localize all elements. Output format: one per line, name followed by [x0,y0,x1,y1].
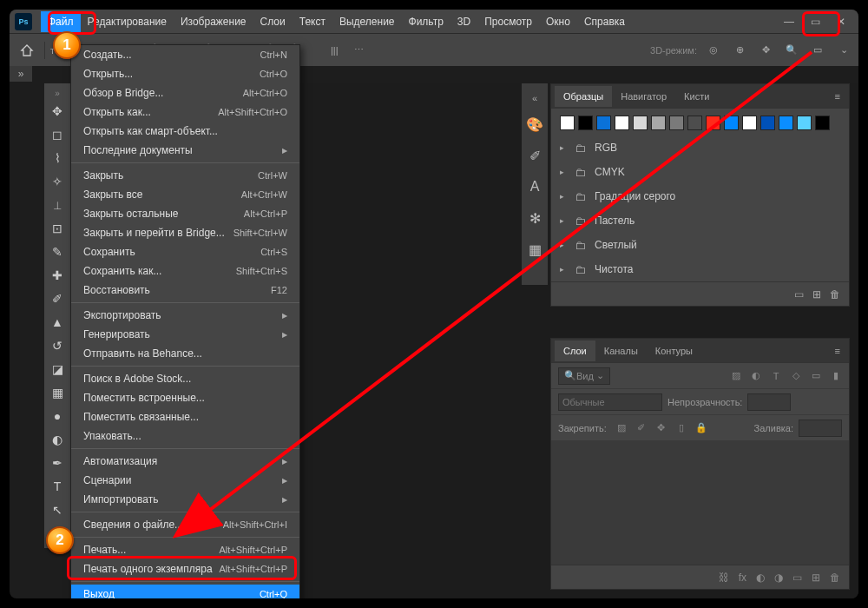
marquee-tool[interactable]: ◻ [44,122,70,146]
swatch[interactable] [596,116,611,130]
menu-item[interactable]: Сценарии [71,471,299,490]
home-button[interactable] [15,38,39,63]
window-restore-button[interactable]: ▭ [803,13,827,30]
tab-layers[interactable]: Слои [555,340,595,361]
opacity-input[interactable] [747,393,791,411]
new-group-icon[interactable]: ▭ [794,288,804,301]
swatch-group[interactable]: ▸🗀RGB [551,135,849,160]
blur-tool[interactable]: ● [44,404,70,427]
menu-item[interactable]: Упаковать... [71,426,299,446]
swatch[interactable] [779,116,793,130]
menu-item[interactable]: Открыть...Ctrl+O [71,64,299,83]
move-3d-icon[interactable]: ✥ [756,41,775,60]
menu-item[interactable]: СохранитьCtrl+S [71,242,299,261]
move-tool[interactable]: ✥ [44,99,70,122]
swatch-group[interactable]: ▸🗀Светлый [551,233,849,257]
menu-item[interactable]: ВыходCtrl+Q [71,585,299,600]
pen-tool[interactable]: ✒ [44,451,70,474]
crop-tool[interactable]: ⟂ [44,193,70,216]
menu-item[interactable]: Закрыть остальныеAlt+Ctrl+P [71,204,299,223]
trash-icon[interactable]: 🗑 [830,288,840,301]
swatch[interactable] [797,116,812,130]
frame-tool[interactable]: ⊡ [44,216,70,240]
chevron-down-icon[interactable]: ⌄ [834,41,853,60]
menu-item[interactable]: Создать...Ctrl+N [71,45,299,64]
eraser-tool[interactable]: ◪ [44,357,70,380]
tab-swatches[interactable]: Образцы [555,86,612,107]
group-icon[interactable]: ▭ [792,572,802,584]
lock-position-icon[interactable]: ✥ [655,422,667,434]
menu-item[interactable]: Импортировать [71,490,299,509]
swatch[interactable] [760,116,775,130]
menu-item[interactable]: Печать...Alt+Shift+Ctrl+P [71,540,299,559]
tab-brushes[interactable]: Кисти [675,86,718,107]
filter-kind-select[interactable]: 🔍 Вид [558,367,610,385]
menu-3d[interactable]: 3D [450,11,477,32]
swatch[interactable] [724,116,739,130]
lock-pixels-icon[interactable]: ▨ [615,422,628,434]
menu-редактирование[interactable]: Редактирование [81,11,174,32]
distribute-icon[interactable]: ||| [325,41,344,60]
stamp-tool[interactable]: ▲ [44,310,70,334]
gradient-tool[interactable]: ▦ [44,380,70,404]
filter-pixel-icon[interactable]: ▨ [730,370,742,382]
menu-изображение[interactable]: Изображение [174,11,253,32]
new-layer-icon[interactable]: ⊞ [812,572,820,584]
fill-input[interactable] [799,420,842,437]
swatch[interactable] [560,116,575,130]
fx-icon[interactable]: fx [739,572,746,584]
menu-item[interactable]: ВосстановитьF12 [71,281,299,300]
window-close-button[interactable]: ✕ [829,13,853,30]
menu-item[interactable]: Закрыть всеAlt+Ctrl+W [71,185,299,204]
more-options-icon[interactable]: ⋯ [349,41,368,60]
search-icon[interactable]: 🔍 [782,41,801,60]
character-panel-icon[interactable]: A [523,174,546,200]
swatch[interactable] [651,116,666,130]
swatch[interactable] [742,116,757,130]
link-icon[interactable]: ⛓ [719,572,729,584]
swatch[interactable] [706,116,720,130]
filter-adjust-icon[interactable]: ◐ [750,370,762,382]
blend-mode-select[interactable]: Обычные [558,393,662,411]
swatch-group[interactable]: ▸🗀Чистота [551,257,849,281]
swatch[interactable] [615,116,629,130]
menu-item[interactable]: Поиск в Adobe Stock... [71,369,299,388]
menu-окно[interactable]: Окно [539,11,577,32]
brush-tool[interactable]: ✐ [44,287,70,310]
panel-menu-icon[interactable]: ≡ [830,346,845,356]
menu-файл[interactable]: Файл [41,11,81,32]
filter-toggle-icon[interactable]: ▮ [830,370,842,382]
menu-фильтр[interactable]: Фильтр [402,11,450,32]
actions-panel-icon[interactable]: ▦ [523,236,546,262]
menu-текст[interactable]: Текст [293,11,332,32]
swatch-group[interactable]: ▸🗀CMYK [551,160,849,184]
new-swatch-icon[interactable]: ⊞ [812,288,821,301]
mask-icon[interactable]: ◐ [756,572,765,584]
menu-item[interactable]: Открыть как смарт-объект... [71,122,299,141]
lasso-tool[interactable]: ⌇ [44,146,70,169]
healing-tool[interactable]: ✚ [44,263,70,287]
menu-item[interactable]: Поместить связанные... [71,407,299,426]
menu-item[interactable]: Последние документы [71,141,299,160]
screen-mode-icon[interactable]: ▭ [808,41,827,60]
menu-item[interactable]: Отправить на Behance... [71,344,299,363]
menu-item[interactable]: Сведения о файле...Alt+Shift+Ctrl+I [71,515,299,534]
menu-справка[interactable]: Справка [577,11,632,32]
menu-слои[interactable]: Слои [253,11,293,32]
window-minimize-button[interactable]: — [777,13,801,30]
delete-icon[interactable]: 🗑 [830,572,840,584]
type-tool[interactable]: T [44,474,70,498]
tab-paths[interactable]: Контуры [647,340,701,361]
history-brush-tool[interactable]: ↺ [44,334,70,357]
lock-brush-icon[interactable]: ✐ [635,422,648,434]
menu-item[interactable]: Закрыть и перейти в Bridge...Shift+Ctrl+… [71,223,299,242]
menu-item[interactable]: Экспортировать [71,306,299,325]
swatch[interactable] [633,116,648,130]
menu-item[interactable]: Поместить встроенные... [71,388,299,407]
filter-smart-icon[interactable]: ▭ [810,370,822,382]
lock-artboard-icon[interactable]: ▯ [675,422,687,434]
wand-tool[interactable]: ✧ [44,169,70,193]
swatch[interactable] [578,116,593,130]
menu-выделение[interactable]: Выделение [332,11,402,32]
swatch[interactable] [687,116,702,130]
